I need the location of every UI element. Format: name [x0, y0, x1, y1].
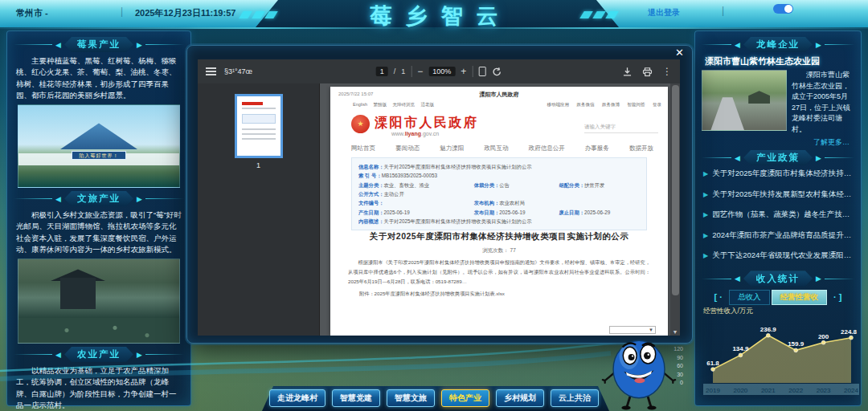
policy-news-item[interactable]: ▶关于对2025年扶持发展新型农村集体经济项目…	[703, 189, 854, 200]
berry-world-banner: 陷入莓好世界！	[72, 151, 126, 160]
bullet-arrow-icon: ▶	[703, 211, 708, 218]
site-nav-item[interactable]: 政民互动	[484, 144, 508, 153]
agriculture-industry-text: 以精品农业为基础，立足于农产品精深加工，统筹协调，创立区域性的知名品牌（龙峰牌、…	[16, 365, 182, 411]
site-nav-item[interactable]: 政府信息公开	[529, 144, 565, 153]
arrow-right-icon[interactable]: ▶	[137, 351, 142, 359]
print-icon[interactable]	[642, 67, 653, 77]
company-name: 溧阳市曹山紫竹林生态农业园	[705, 55, 854, 67]
download-icon[interactable]	[622, 67, 633, 77]
arrow-right-icon[interactable]: ▶	[816, 275, 821, 283]
section-title-policy: 产业政策	[743, 150, 813, 165]
attachment-link[interactable]: 附件：2025年度溧阳市村集体经济扶持增收类项目实施计划表.xlsx	[359, 291, 505, 298]
document-body-text: 根据溧阳市《关于印发2025年溧阳市村集体经济扶持增收类项目申报指南的通知》文件…	[348, 258, 650, 286]
left-industry-panel: ◀ 莓果产业 ▶ 主要种植蓝莓、黑莓、红树莓、杨梅、猕猴桃、红心火龙果、茶、葡萄…	[6, 31, 191, 406]
bullet-arrow-icon: ▶	[703, 170, 708, 177]
site-nav-item[interactable]: 要闻动态	[395, 144, 420, 153]
header-divider-2: |	[722, 5, 724, 16]
svg-text:236.9: 236.9	[760, 325, 777, 332]
menu-icon[interactable]	[206, 66, 216, 78]
svg-text:200: 200	[818, 332, 829, 340]
tab-operating-income[interactable]: 经营性营收	[772, 290, 828, 305]
site-top-links-left[interactable]: English 繁體版 无障碍浏览 适老版	[353, 102, 434, 108]
bottom-nav: 走进龙峰村 智慧党建 智慧文旅 特色产业 乡村规划 云上共治	[269, 389, 599, 407]
svg-text:2022: 2022	[788, 387, 803, 394]
site-nav-item[interactable]: 魅力溧阳	[440, 144, 464, 153]
section-title-income: 收入统计	[743, 271, 813, 287]
nav-party-button[interactable]: 智慧党建	[332, 389, 380, 407]
arrow-right-icon[interactable]: ▶	[816, 154, 821, 162]
nav-governance-button[interactable]: 云上共治	[551, 389, 599, 407]
arrow-left-icon[interactable]: ◀	[55, 195, 61, 203]
site-top-links-right[interactable]: 移动端应用 政务微信 政务微博 智能问答 登录	[547, 102, 661, 108]
svg-text:134.9: 134.9	[732, 345, 749, 352]
pdf-scrollbar[interactable]: ▼	[670, 83, 680, 336]
section-header-tourism: ◀ 文旅产业 ▶	[14, 191, 184, 206]
berry-park-entrance-image: 陷入莓好世界！	[18, 104, 180, 188]
nav-village-button[interactable]: 走进龙峰村	[269, 389, 326, 407]
app-title: 莓乡智云	[0, 2, 868, 31]
nav-planning-button[interactable]: 乡村规划	[496, 389, 544, 407]
zoom-out-button[interactable]: −	[417, 67, 423, 76]
bullet-arrow-icon: ▶	[703, 191, 708, 198]
nav-tourism-button[interactable]: 智慧文旅	[387, 389, 435, 407]
rotate-icon[interactable]	[491, 67, 502, 77]
bullet-arrow-icon: ▶	[703, 232, 708, 239]
svg-text:2019: 2019	[706, 387, 720, 394]
site-nav-item[interactable]: 数据开放	[629, 144, 653, 153]
arrow-left-icon[interactable]: ◀	[735, 275, 740, 283]
income-tabs: [ · 总收入 经营性营收 · ]	[702, 290, 854, 305]
site-nav-item[interactable]: 办事服务	[585, 144, 609, 153]
section-header-policy: ◀ 产业政策 ▶	[702, 150, 854, 165]
bracket-decor-left: [ ·	[714, 292, 723, 302]
section-title-agriculture: 农业产业	[64, 347, 133, 362]
policy-news-item[interactable]: ▶关于对2025年度溧阳市村集体经济扶持增收类…	[703, 169, 854, 179]
svg-text:159.9: 159.9	[788, 340, 805, 348]
scrollbar-thumb[interactable]	[672, 85, 679, 295]
page-thumbnail[interactable]	[235, 94, 283, 158]
svg-text:2021: 2021	[761, 387, 776, 394]
pdf-viewer: §3¹°47œ 1 / 1 − 100% +	[198, 59, 680, 336]
zoom-level[interactable]: 100%	[428, 67, 455, 76]
pdf-page-area: 2025/7/22 15:07 溧阳市人民政府 English 繁體版 无障碍浏…	[320, 83, 680, 336]
policy-news-item[interactable]: ▶2024年溧阳市茶产业品牌培育品质提升项目申…	[703, 230, 854, 241]
document-meta-table: 信息名称：关于对2025年度溧阳市村集体经济扶持增收类项目实施计划的公示 索 引…	[351, 157, 647, 230]
site-nav: 网站首页 要闻动态 魅力溧阳 政民互动 政府信息公开 办事服务 数据开放	[351, 144, 653, 153]
arrow-left-icon[interactable]: ◀	[735, 41, 740, 49]
gov-site-url: www.liyang.gov.cn	[391, 131, 439, 136]
policy-news-item[interactable]: ▶园艺作物（茄果、蔬菜类）越冬生产技术指导意见	[703, 210, 854, 220]
lotus-pond-decoration	[18, 318, 179, 343]
header-underline	[0, 27, 868, 29]
more-options-icon[interactable]: ⋮	[662, 67, 672, 76]
nav-industry-button[interactable]: 特色产业	[441, 389, 489, 407]
pdf-toolbar: §3¹°47œ 1 / 1 − 100% +	[198, 59, 680, 83]
arrow-left-icon[interactable]: ◀	[735, 154, 740, 162]
logout-link[interactable]: 退出登录	[648, 7, 680, 18]
site-nav-item[interactable]: 网站首页	[351, 144, 375, 153]
view-count: 浏览次数： 77	[330, 247, 668, 254]
fit-page-icon[interactable]	[478, 67, 485, 76]
dashboard-root: 常州市 - | 2025年12月23日11:19:57 莓乡智云 退出登录 | …	[0, 0, 868, 411]
pdf-page: 2025/7/22 15:07 溧阳市人民政府 English 繁體版 无障碍浏…	[330, 87, 668, 336]
section-title-tourism: 文旅产业	[64, 191, 133, 206]
header-toggle-switch[interactable]	[773, 4, 793, 14]
policy-news-item[interactable]: ▶关于下达2024年省级现代农业发展溧阳市特色…	[703, 250, 854, 261]
section-header-agriculture: ◀ 农业产业 ▶	[14, 347, 184, 362]
pavilion-pond-image	[18, 258, 180, 344]
page-number-input[interactable]: 1	[376, 67, 388, 76]
arrow-right-icon[interactable]: ▶	[137, 41, 142, 49]
close-icon[interactable]: ✕	[675, 47, 684, 59]
thumbnail-header-decor	[242, 102, 263, 105]
arrow-left-icon[interactable]: ◀	[55, 41, 61, 49]
toggle-knob	[784, 5, 792, 13]
tab-total-income[interactable]: 总收入	[729, 290, 770, 305]
learn-more-link[interactable]: 了解更多…	[702, 137, 850, 148]
site-search-input[interactable]: 请输入关键字	[584, 124, 658, 133]
right-info-panel: ◀ 龙峰企业 ▶ 溧阳市曹山紫竹林生态农业园 溧阳市曹山紫竹林生态农业园，成立于…	[694, 31, 862, 406]
policy-news-list: ▶关于对2025年度溧阳市村集体经济扶持增收类… ▶关于对2025年扶持发展新型…	[702, 169, 854, 261]
top-header: 常州市 - | 2025年12月23日11:19:57 莓乡智云 退出登录 |	[0, 0, 868, 27]
bracket-decor-right: · ]	[833, 292, 841, 302]
zoom-in-button[interactable]: +	[461, 67, 466, 76]
arrow-right-icon[interactable]: ▶	[816, 41, 821, 49]
arrow-left-icon[interactable]: ◀	[55, 351, 61, 359]
arrow-right-icon[interactable]: ▶	[137, 195, 142, 203]
